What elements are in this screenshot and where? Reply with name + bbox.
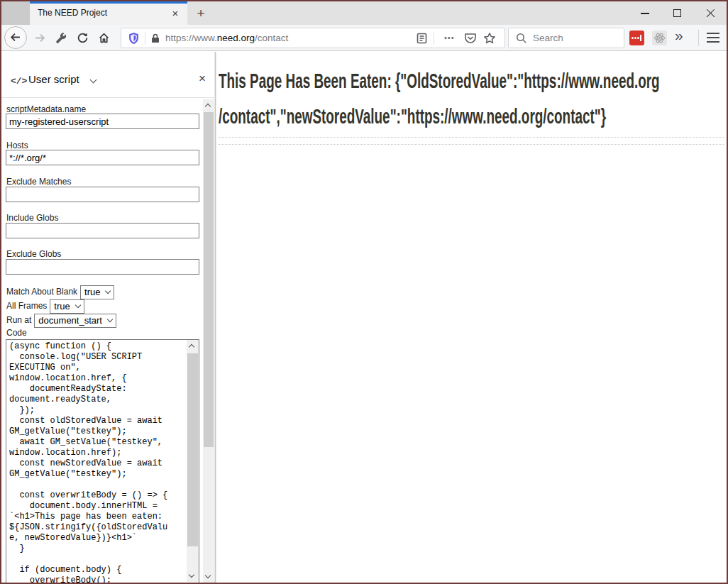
browser-window: The NEED Project × + — [0, 0, 728, 584]
hosts-input[interactable] — [6, 150, 199, 165]
new-tab-button[interactable]: + — [192, 4, 210, 23]
page-content: This Page Has Been Eaten: {"OldStoredVal… — [216, 52, 727, 583]
code-scrollbar-thumb[interactable] — [187, 353, 198, 546]
tab-title: The NEED Project — [38, 1, 107, 25]
reload-button[interactable] — [77, 32, 89, 44]
tab-close-icon[interactable]: × — [168, 6, 182, 21]
scroll-down-icon[interactable] — [203, 571, 214, 583]
page-action-separator — [434, 32, 434, 45]
minimize-button[interactable] — [629, 1, 661, 25]
lastpass-dot — [632, 37, 634, 39]
sidebar-switcher-chevron-icon[interactable] — [90, 77, 97, 84]
url-text[interactable]: https://www.need.org/contact — [165, 28, 288, 48]
chevron-down-icon — [107, 316, 113, 322]
all-frames-row: All Framestrue — [6, 298, 84, 314]
window-controls — [629, 1, 727, 25]
home-button[interactable] — [98, 32, 110, 44]
pocket-icon[interactable] — [464, 32, 477, 45]
menu-bar — [707, 41, 719, 43]
userscript-sidebar: </> User script × scriptMetadata.name Ho… — [1, 52, 214, 583]
lastpass-bar — [640, 35, 641, 41]
sidebar-header: </> User script × — [1, 52, 214, 98]
sidebar-scrollbar[interactable] — [203, 99, 214, 583]
select-label: Run at — [6, 315, 31, 325]
select-label: Match About Blank — [6, 287, 77, 297]
page-heading: This Page Has Been Eaten: {"OldStoredVal… — [219, 63, 728, 134]
tab-need-project[interactable]: The NEED Project × — [30, 1, 187, 25]
bookmark-star-icon[interactable] — [483, 32, 496, 45]
include-globs-input[interactable] — [6, 223, 199, 238]
field-label-script-name: scriptMetadata.name — [6, 104, 86, 114]
code-scrollbar[interactable] — [187, 340, 199, 582]
tab-bar: The NEED Project × + — [1, 1, 727, 25]
url-domain: need.org — [217, 33, 255, 43]
menu-bar — [707, 37, 719, 38]
exclude-matches-input[interactable] — [6, 187, 199, 202]
forward-button[interactable] — [34, 32, 46, 44]
lastpass-extension-icon[interactable] — [629, 31, 644, 45]
reader-mode-icon[interactable] — [417, 33, 427, 44]
field-label-hosts: Hosts — [6, 141, 28, 150]
script-name-input[interactable] — [6, 114, 199, 129]
scroll-up-icon[interactable] — [187, 340, 199, 352]
sidebar-close-icon[interactable]: × — [199, 72, 206, 86]
userscript-wrench-button[interactable] — [55, 32, 67, 44]
chevron-down-icon — [75, 302, 81, 308]
minimize-icon — [641, 13, 649, 14]
toolbar-separator — [698, 30, 699, 46]
app-menu-button[interactable] — [707, 33, 719, 43]
back-button[interactable] — [4, 26, 27, 49]
sidebar-form: scriptMetadata.name Hosts Exclude Matche… — [1, 99, 214, 583]
all-frames-select[interactable]: true — [50, 299, 84, 314]
page-actions-icon[interactable]: ••• — [444, 28, 455, 47]
heading-dotted-rule — [218, 137, 724, 138]
lastpass-dot — [637, 37, 639, 39]
heading-dotted-rule — [218, 144, 724, 145]
urlbar-separator — [145, 32, 145, 45]
exclude-globs-input[interactable] — [6, 259, 199, 275]
tracking-protection-shield-icon[interactable] — [128, 32, 140, 45]
select-value: document_start — [38, 313, 102, 329]
scroll-up-icon[interactable] — [203, 99, 214, 111]
field-label-exclude-matches: Exclude Matches — [6, 177, 71, 187]
field-label-exclude-globs: Exclude Globs — [6, 249, 61, 259]
titlebar-spacer — [1, 1, 30, 25]
menu-bar — [707, 33, 719, 34]
run-at-select[interactable]: document_start — [34, 314, 116, 328]
page-heading-line: This Page Has Been Eaten: {"OldStoredVal… — [219, 63, 660, 99]
atom-icon — [653, 32, 666, 44]
maximize-icon — [673, 9, 681, 17]
url-scheme: https://www. — [165, 33, 217, 43]
back-arrow-icon — [9, 31, 21, 43]
lastpass-dot — [634, 37, 636, 39]
code-brackets-icon: </> — [11, 76, 27, 87]
page-heading-line: /contact","newStoredValue":"https://www.… — [219, 99, 660, 134]
navigation-toolbar: https://www.need.org/contact ••• — [1, 25, 727, 51]
maximize-button[interactable] — [661, 1, 694, 25]
code-textarea[interactable]: (async function () { console.log("USER S… — [6, 339, 199, 583]
url-path: /contact — [255, 33, 288, 43]
sidebar-scrollbar-thumb[interactable] — [204, 112, 214, 447]
search-icon — [516, 33, 527, 44]
field-label-code: Code — [6, 328, 27, 338]
url-bar[interactable]: https://www.need.org/contact ••• — [121, 28, 505, 48]
scroll-down-icon[interactable] — [187, 570, 199, 582]
select-value: true — [84, 285, 100, 300]
close-window-button[interactable] — [694, 1, 727, 25]
field-label-include-globs: Include Globs — [6, 213, 58, 223]
search-bar[interactable] — [508, 28, 624, 48]
run-at-row: Run atdocument_start — [6, 312, 116, 328]
react-devtools-extension-icon[interactable] — [652, 31, 667, 45]
lock-icon[interactable] — [150, 33, 160, 43]
search-input[interactable] — [533, 29, 618, 47]
match-about-blank-row: Match About Blanktrue — [6, 284, 114, 299]
overflow-menu-icon[interactable]: » — [675, 27, 683, 44]
sidebar-title[interactable]: User script — [28, 73, 79, 85]
chevron-down-icon — [105, 288, 111, 294]
select-label: All Frames — [6, 301, 47, 311]
match-about-blank-select[interactable]: true — [80, 285, 114, 299]
browser-main: </> User script × scriptMetadata.name Ho… — [1, 52, 727, 583]
